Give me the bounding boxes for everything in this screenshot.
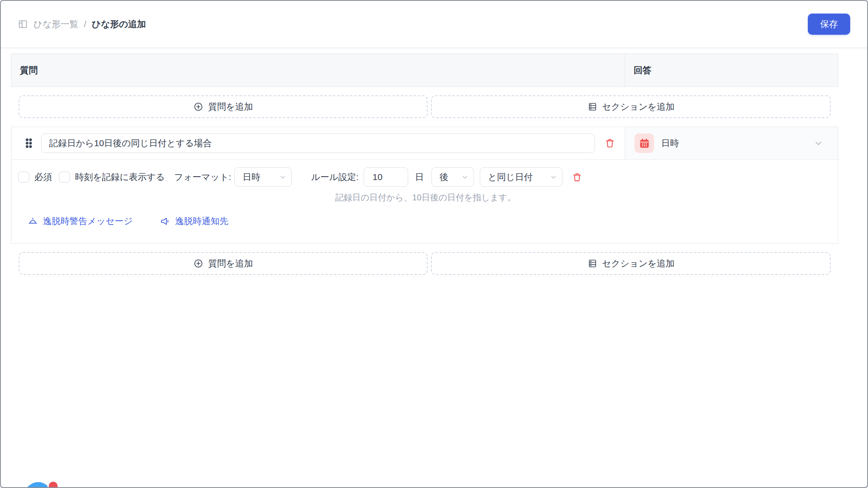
format-label: フォーマット: (174, 171, 231, 183)
format-value: 日時 (242, 171, 276, 183)
rule-settings-group: ルール設定: 日 後 と同じ日付 (311, 167, 583, 187)
deviation-warning-link[interactable]: 逸脱時警告メッセージ (28, 215, 133, 227)
add-section-button[interactable]: セクションを追加 (431, 95, 831, 118)
section-stack-icon (587, 258, 598, 269)
add-row-bottom: 質問を追加 セクションを追加 (19, 252, 831, 275)
top-bar: ひな形一覧 / ひな形の追加 保存 (1, 1, 867, 48)
breadcrumb-parent-link[interactable]: ひな形一覧 (33, 18, 78, 30)
table-header-row: 質問 回答 (11, 53, 838, 87)
add-section-label: セクションを追加 (602, 101, 675, 113)
required-checkbox[interactable] (18, 172, 29, 183)
chevron-down-icon (814, 139, 823, 147)
save-button[interactable]: 保存 (808, 14, 850, 35)
answer-column-header: 回答 (625, 54, 838, 86)
rule-direction-select[interactable]: 後 (431, 167, 474, 187)
template-icon (18, 19, 28, 29)
question-text-input[interactable] (41, 133, 595, 153)
deviation-links-row: 逸脱時警告メッセージ 逸脱時通知先 (28, 215, 828, 227)
rule-relation-select[interactable]: と同じ日付 (480, 167, 562, 187)
trash-icon (572, 172, 582, 183)
show-time-label: 時刻を記録に表示する (75, 171, 165, 183)
add-question-button[interactable]: 質問を追加 (19, 252, 428, 275)
rule-relation-value: と同じ日付 (488, 171, 547, 183)
delete-question-button[interactable] (604, 137, 616, 150)
plus-circle-icon (193, 102, 203, 112)
settings-controls-row: 必須 時刻を記録に表示する フォーマット: 日時 ルール設定: 日 (18, 167, 828, 187)
question-settings: 必須 時刻を記録に表示する フォーマット: 日時 ルール設定: 日 (11, 160, 838, 243)
app-window: ひな形一覧 / ひな形の追加 保存 質問 回答 質問を追加 (0, 0, 868, 488)
alarm-icon (28, 216, 38, 227)
rule-days-input[interactable] (364, 167, 408, 187)
question-cell (11, 127, 625, 159)
drag-handle-icon[interactable] (22, 135, 35, 152)
add-section-button[interactable]: セクションを追加 (431, 252, 831, 275)
breadcrumb: ひな形一覧 / ひな形の追加 (18, 18, 146, 30)
question-column-header: 質問 (11, 54, 625, 86)
question-row: 日時 (11, 127, 838, 160)
chevron-down-icon (550, 174, 557, 180)
add-question-label: 質問を追加 (208, 258, 253, 269)
page-title: ひな形の追加 (92, 18, 146, 30)
required-label: 必須 (34, 171, 52, 183)
add-row-top: 質問を追加 セクションを追加 (19, 95, 831, 118)
chevron-down-icon (279, 174, 286, 180)
deviation-warning-label: 逸脱時警告メッセージ (43, 215, 133, 227)
add-section-label: セクションを追加 (602, 258, 675, 269)
rule-label: ルール設定: (311, 171, 359, 183)
breadcrumb-separator: / (84, 19, 86, 29)
trash-icon (604, 138, 615, 149)
format-select[interactable]: 日時 (234, 167, 292, 187)
rule-direction-value: 後 (440, 171, 458, 183)
rule-helper-text: 記録日の日付から、10日後の日付を指します。 (335, 192, 828, 203)
calendar-icon (639, 138, 650, 149)
show-time-checkbox[interactable] (59, 172, 70, 183)
plus-circle-icon (193, 258, 203, 269)
deviation-notify-label: 逸脱時通知先 (175, 215, 228, 227)
notification-badge (47, 480, 59, 488)
answer-type-value: 日時 (661, 137, 814, 149)
chevron-down-icon (462, 174, 468, 180)
answer-type-select[interactable]: 日時 (625, 127, 838, 159)
section-stack-icon (587, 102, 598, 112)
megaphone-icon (160, 216, 170, 227)
delete-rule-button[interactable] (571, 171, 583, 183)
main-content: 質問 回答 質問を追加 (1, 48, 867, 275)
deviation-notify-link[interactable]: 逸脱時通知先 (160, 215, 228, 227)
rule-unit-label: 日 (415, 171, 424, 183)
calendar-chip (634, 133, 654, 153)
question-card: 日時 必須 時刻を記録に表示する フォーマット: (11, 127, 838, 244)
add-question-label: 質問を追加 (208, 101, 253, 113)
add-question-button[interactable]: 質問を追加 (19, 95, 428, 118)
